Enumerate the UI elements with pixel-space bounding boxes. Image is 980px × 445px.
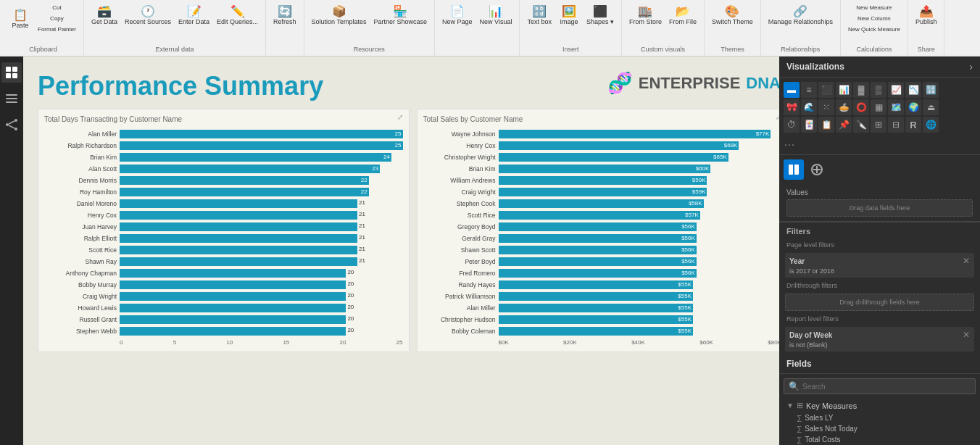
report-view-button[interactable] <box>1 62 22 83</box>
from-file-button[interactable]: 📂 From File <box>666 3 699 27</box>
chart2-bar-row: Gregory Boyd $56K <box>423 222 782 232</box>
filled-map-viz-button[interactable]: 🌍 <box>905 99 921 115</box>
bar-value: $55K <box>678 293 692 299</box>
model-view-button[interactable] <box>1 115 22 135</box>
bar-label: Peter Boyd <box>423 258 496 265</box>
enter-data-button[interactable]: 📝 Enter Data <box>175 3 212 27</box>
line-col-viz-button[interactable]: 🔢 <box>923 82 939 98</box>
edit-queries-button[interactable]: ✏️ Edit Queries... <box>214 3 261 27</box>
image-button[interactable]: 🖼️ Image <box>556 3 582 27</box>
stacked-col-viz-button[interactable]: ⬛ <box>818 82 834 98</box>
manage-relationships-button[interactable]: 🔗 Manage Relationships <box>765 3 836 27</box>
solution-templates-button[interactable]: 📦 Solution Templates <box>309 3 370 27</box>
dayofweek-filter-close-button[interactable]: ✕ <box>963 330 970 340</box>
copy-button[interactable]: Copy <box>35 14 79 23</box>
bar-fill <box>120 234 357 243</box>
calculations-group: New Measure New Column New Quick Measure… <box>841 0 908 56</box>
treemap-viz-button[interactable]: ▦ <box>871 99 886 115</box>
filters-panel: Filters Page level filters Year ✕ is 201… <box>779 222 980 354</box>
bar-fill <box>120 280 346 289</box>
new-visual-button[interactable]: 📊 New Visual <box>477 3 515 27</box>
paste-button[interactable]: 📋 Paste <box>7 7 33 30</box>
100pct-bar-viz-button[interactable]: ▓ <box>853 82 869 98</box>
bar-label: Anthony Chapman <box>44 270 117 277</box>
bar-label: Roy Hamilton <box>44 188 117 196</box>
chart1-resize-handle[interactable] <box>397 112 406 121</box>
switch-theme-button[interactable]: 🎨 Switch Theme <box>709 3 756 27</box>
year-filter-close-button[interactable]: ✕ <box>963 256 970 266</box>
chart2-bar-row: Randy Hayes $55K <box>423 280 782 290</box>
drag-fields-drop-zone[interactable]: Drag data fields here <box>786 199 973 217</box>
field-item[interactable]: ∑ Sales Not Today <box>779 423 980 434</box>
year-filter-label: Year <box>789 257 805 265</box>
fields-search-input[interactable] <box>802 383 971 391</box>
cut-button[interactable]: Cut <box>35 3 79 12</box>
new-column-button[interactable]: New Column <box>845 14 903 23</box>
more-viz-button[interactable]: 🌐 <box>923 117 939 133</box>
get-data-button[interactable]: 🗃️ Get Data <box>88 3 120 27</box>
r-viz-button[interactable]: R <box>905 117 921 133</box>
from-store-button[interactable]: 🏬 From Store <box>626 3 665 27</box>
shapes-icon: ⬛ <box>593 4 607 18</box>
stacked-bar-viz-button[interactable]: ▬ <box>784 82 800 98</box>
card-viz-button[interactable]: 🃏 <box>801 117 817 133</box>
gauge-viz-button[interactable]: ⏱ <box>784 117 800 133</box>
scatter-viz-button[interactable]: ⁙ <box>818 99 834 115</box>
matrix-viz-button[interactable]: ⊟ <box>888 117 904 133</box>
panel-expand-button[interactable]: › <box>969 61 973 72</box>
fields-panel: Fields 🔍 ▼ ⊞ Key Measures ∑ Sales LY ∑ S… <box>779 354 980 445</box>
chart1-bar-row: Alan Miller 25 <box>44 129 403 139</box>
shapes-label: Shapes ▾ <box>586 18 614 25</box>
donut-viz-button[interactable]: ⭕ <box>853 99 869 115</box>
more-visuals-dots[interactable]: … <box>784 134 976 150</box>
waterfall-viz-button[interactable]: 🌊 <box>801 99 817 115</box>
funnel-viz-button[interactable]: ⏏ <box>923 99 939 115</box>
textbox-icon: 🔡 <box>532 4 547 18</box>
map-viz-button[interactable]: 🗺️ <box>888 99 904 115</box>
viz-icons-row-2: 🎀 🌊 ⁙ 🥧 ⭕ ▦ 🗺️ 🌍 ⏏ <box>784 99 976 115</box>
axis-label: 0 <box>120 339 122 346</box>
ribbon-viz-button[interactable]: 🎀 <box>784 99 800 115</box>
share-group: 📤 Publish Share <box>908 0 945 56</box>
fields-tab-button[interactable] <box>784 159 804 180</box>
field-item[interactable]: ∑ Sales LY <box>779 412 980 423</box>
drillthrough-drop-zone[interactable]: Drag drillthrough fields here <box>785 294 974 311</box>
bar-label: Christopher Wright <box>423 154 496 161</box>
field-item[interactable]: ∑ Total Costs <box>779 434 980 445</box>
svg-rect-3 <box>12 73 17 78</box>
new-measure-button[interactable]: New Measure <box>845 3 903 12</box>
textbox-button[interactable]: 🔡 Text box <box>524 3 555 27</box>
partner-showcase-button[interactable]: 🏪 Partner Showcase <box>370 3 430 27</box>
new-quick-measure-button[interactable]: New Quick Measure <box>845 25 903 34</box>
clustered-col-viz-button[interactable]: 📊 <box>836 82 852 98</box>
shapes-button[interactable]: ⬛ Shapes ▾ <box>584 3 617 27</box>
area-viz-button[interactable]: 📉 <box>905 82 921 98</box>
publish-button[interactable]: 📤 Publish <box>913 3 940 27</box>
chart2-bar-row: Brian Kim $60K <box>423 164 782 174</box>
recent-sources-button[interactable]: 🕐 Recent Sources <box>122 3 174 27</box>
100pct-col-viz-button[interactable]: ▒ <box>871 82 886 98</box>
chart2-axis: $0K$20K$40K$60K$80K <box>423 339 782 346</box>
new-page-button[interactable]: 📄 New Page <box>439 3 476 27</box>
refresh-button[interactable]: 🔄 Refresh <box>270 3 299 27</box>
bar-value: $59K <box>692 188 706 195</box>
fields-search-box[interactable]: 🔍 <box>784 378 976 394</box>
multirow-viz-button[interactable]: 📋 <box>818 117 834 133</box>
pie-viz-button[interactable]: 🥧 <box>836 99 852 115</box>
bar-fill: $65K <box>499 153 728 162</box>
clustered-bar-viz-button[interactable]: ≡ <box>801 82 817 98</box>
kpi-viz-button[interactable]: 📌 <box>836 117 852 133</box>
logo-dna: DNA <box>746 74 781 93</box>
axis-label: $40K <box>631 339 645 346</box>
field-name: Sales Not Today <box>805 425 858 433</box>
data-view-button[interactable] <box>1 88 22 109</box>
from-store-icon: 🏬 <box>638 4 652 18</box>
bar-track: 22 <box>120 176 403 185</box>
line-viz-button[interactable]: 📈 <box>888 82 904 98</box>
slicer-viz-button[interactable]: 🔪 <box>853 117 869 133</box>
chart2-title: Total Sales by Customer Name <box>423 115 782 123</box>
format-painter-button[interactable]: Format Painter <box>35 25 79 34</box>
table-viz-button[interactable]: ⊞ <box>871 117 886 133</box>
format-tab-button[interactable] <box>807 159 827 180</box>
key-measures-group-header[interactable]: ▼ ⊞ Key Measures <box>779 399 980 412</box>
